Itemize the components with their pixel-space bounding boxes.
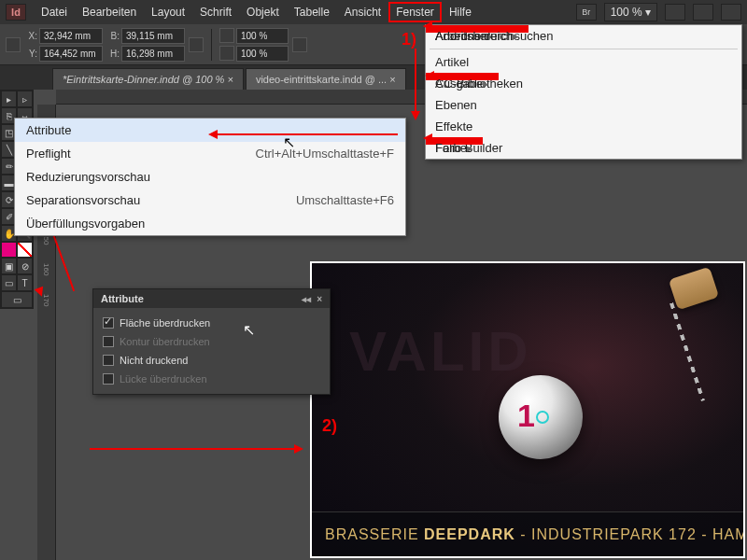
dd-artikel[interactable]: Artikel [426, 51, 741, 73]
cb-nichtdruck[interactable] [103, 355, 114, 366]
scale-y-field[interactable]: 100 % [236, 46, 289, 62]
fill-swatch[interactable] [1, 242, 17, 258]
tab-0[interactable]: *Eintrittskarte-Dinner.indd @ 100 % × [52, 68, 244, 90]
preview-cork [669, 267, 719, 311]
format-container[interactable]: ▭ [1, 274, 17, 291]
lbl-nichtdruck: Nicht druckend [120, 355, 188, 366]
constrain-icon[interactable] [189, 37, 204, 52]
cb-kontur [103, 336, 114, 347]
preview-ring-marker [536, 411, 549, 424]
cb-luecke [103, 373, 114, 385]
tool-selection[interactable]: ▸ [1, 91, 17, 107]
link-scale-icon[interactable] [292, 37, 307, 52]
menu-bearbeiten[interactable]: Bearbeiten [75, 2, 144, 22]
menu-objekt[interactable]: Objekt [239, 2, 287, 22]
dd-arbeitsbereich[interactable]: Arbeitsbereich [426, 25, 529, 33]
app-logo: Id [6, 4, 26, 21]
menu-schrift[interactable]: Schrift [192, 2, 239, 22]
menu-fenster[interactable]: Fenster [388, 2, 442, 22]
cb-flaeche[interactable] [103, 317, 114, 329]
dd-effekte[interactable]: Effekte [426, 116, 741, 137]
panel-title: Attribute [101, 293, 144, 304]
dd-farbe[interactable]: Farbe [426, 137, 483, 145]
apply-fill[interactable]: ▣ [1, 258, 17, 274]
menu-tabelle[interactable]: Tabelle [287, 2, 337, 22]
menu-ansicht[interactable]: Ansicht [337, 2, 388, 22]
annotation-arrow-preview [90, 448, 301, 450]
preview-corkscrew [669, 302, 705, 401]
lbl-flaeche: Fläche überdrucken [120, 317, 210, 329]
lbl-luecke: Lücke überdrucken [120, 373, 207, 385]
workspace-button[interactable] [721, 4, 741, 21]
document-preview: VALID 1 BRASSERIE DEEPDARK - INDUSTRIEPA… [310, 261, 745, 558]
preview-footer: BRASSERIE DEEPDARK - INDUSTRIEPARK 172 -… [312, 511, 743, 556]
x-field[interactable]: 32,942 mm [39, 28, 103, 44]
menu-hilfe[interactable]: Hilfe [442, 2, 479, 22]
sm-preflight[interactable]: PreflightCtrl+Alt+Umschalttaste+F [15, 142, 405, 165]
lbl-kontur: Kontur überdrucken [120, 336, 210, 347]
dd-ausgabe[interactable]: Ausgabe [426, 73, 499, 80]
preview-bg-text: VALID [349, 319, 532, 384]
screen-mode-button[interactable] [665, 4, 685, 21]
annotation-arrow-attribute [211, 133, 398, 135]
w-field[interactable]: 39,115 mm [121, 28, 185, 44]
panel-close-icon[interactable]: × [317, 294, 322, 304]
view-mode[interactable]: ▭ [1, 291, 33, 308]
menu-datei[interactable]: Datei [34, 2, 75, 22]
tab-1[interactable]: video-eintrittskarte.indd @ ... × [246, 68, 406, 90]
cursor-icon-panel: ↖ [243, 321, 255, 339]
format-text[interactable]: T [17, 274, 33, 291]
stroke-swatch[interactable] [17, 242, 33, 258]
tool-direct[interactable]: ▹ [17, 91, 33, 107]
arrange-button[interactable] [693, 4, 713, 21]
dd-separator [430, 49, 738, 49]
reference-point[interactable] [6, 37, 21, 52]
close-icon[interactable]: × [389, 74, 395, 85]
attribute-panel: Attribute ◂◂× Fläche überdrucken Kontur … [92, 288, 331, 395]
bridge-button[interactable]: Br [576, 4, 597, 21]
menu-layout[interactable]: Layout [144, 2, 192, 22]
zoom-select[interactable]: 100 % ▾ [604, 3, 657, 21]
dd-ebenen[interactable]: Ebenen [426, 94, 741, 116]
menubar: Id Datei Bearbeiten Layout Schrift Objek… [0, 0, 747, 24]
annotation-arrow-down [415, 49, 416, 118]
annotation-one: 1) [402, 30, 416, 49]
sm-ueberfuellung[interactable]: Überfüllungsvorgaben [15, 212, 405, 235]
fenster-dropdown: Anordnen Arbeitsbereich Add-ons durchsuc… [425, 24, 742, 160]
cursor-icon: ↖ [283, 133, 295, 151]
scale-x-icon [219, 28, 234, 43]
annotation-two: 2) [322, 416, 337, 436]
y-field[interactable]: 164,452 mm [39, 46, 103, 62]
scale-y-icon [219, 46, 234, 61]
h-field[interactable]: 16,298 mm [121, 46, 185, 62]
scale-x-field[interactable]: 100 % [236, 28, 289, 44]
apply-none[interactable]: ⊘ [17, 258, 33, 274]
close-icon[interactable]: × [227, 74, 233, 85]
panel-collapse-icon[interactable]: ◂◂ [302, 294, 311, 304]
sm-reduzierung[interactable]: Reduzierungsvorschau [15, 165, 405, 189]
menubar-right: Br 100 % ▾ [576, 3, 741, 21]
sm-separation[interactable]: SeparationsvorschauUmschalttaste+F6 [15, 189, 405, 212]
